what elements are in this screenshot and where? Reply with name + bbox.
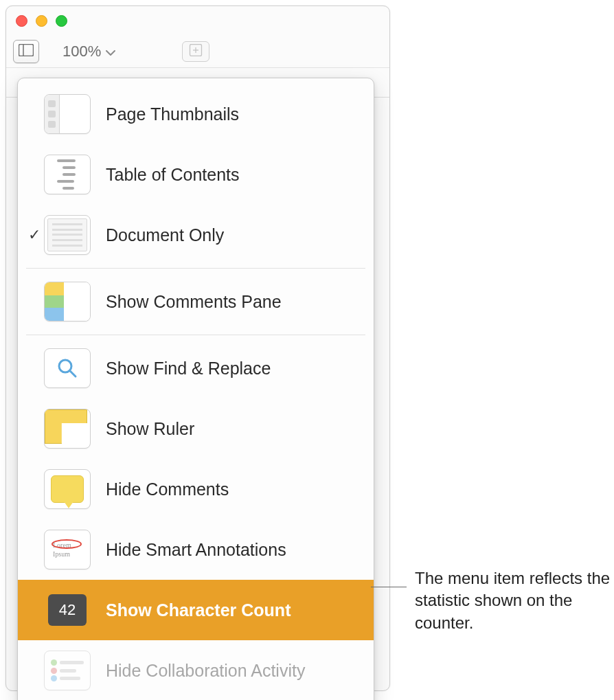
view-dropdown-menu: Page Thumbnails Table of Contents ✓ Docu… <box>17 78 374 700</box>
menu-separator <box>26 335 365 335</box>
menu-item-label: Show Comments Pane <box>106 292 282 312</box>
svg-rect-0 <box>19 44 34 56</box>
view-menu-button[interactable] <box>13 40 39 63</box>
callout-leader-line <box>371 587 407 587</box>
titlebar <box>6 6 389 35</box>
character-count-badge: 42 <box>59 601 76 619</box>
menu-item-table-of-contents[interactable]: Table of Contents <box>18 144 374 205</box>
sidebar-panel-icon <box>19 44 34 59</box>
menu-item-hide-smart-annotations[interactable]: Lorem Ipsum Hide Smart Annotations <box>18 519 374 580</box>
window-minimize-button[interactable] <box>36 15 47 27</box>
character-count-icon: 42 <box>44 590 91 630</box>
menu-item-label: Show Find & Replace <box>106 359 271 379</box>
window-fullscreen-button[interactable] <box>56 15 67 27</box>
search-icon <box>44 348 91 388</box>
svg-line-6 <box>70 371 76 376</box>
add-page-button[interactable] <box>182 41 209 62</box>
app-window: 100% Page Thumbnails <box>5 5 390 691</box>
collaboration-activity-icon <box>44 651 91 690</box>
ruler-icon <box>44 409 91 449</box>
chevron-down-icon <box>105 43 116 60</box>
toolbar: 100% <box>6 35 389 68</box>
menu-item-label: Page Thumbnails <box>106 104 239 124</box>
menu-item-show-character-count[interactable]: 42 Show Character Count <box>18 580 374 640</box>
menu-item-page-thumbnails[interactable]: Page Thumbnails <box>18 84 374 144</box>
menu-item-label: Hide Smart Annotations <box>106 540 286 560</box>
zoom-control[interactable]: 100% <box>58 41 120 62</box>
menu-item-show-ruler[interactable]: Show Ruler <box>18 398 374 459</box>
zoom-value: 100% <box>62 43 101 60</box>
ipsum-text: Ipsum <box>53 551 82 557</box>
menu-item-show-comments-pane[interactable]: Show Comments Pane <box>18 271 374 332</box>
menu-item-show-find-replace[interactable]: Show Find & Replace <box>18 338 374 398</box>
document-only-icon <box>44 215 91 255</box>
page-thumbnails-icon <box>44 94 91 134</box>
comment-icon <box>44 469 91 509</box>
traffic-lights <box>16 15 67 27</box>
callout-annotation: The menu item reflects the statistic sho… <box>371 567 614 634</box>
menu-item-hide-collaboration-activity: Hide Collaboration Activity <box>18 640 374 700</box>
menu-separator <box>26 268 365 269</box>
menu-item-label: Table of Contents <box>106 165 240 185</box>
menu-item-label: Hide Collaboration Activity <box>106 661 305 681</box>
menu-item-label: Document Only <box>106 225 224 245</box>
menu-item-label: Hide Comments <box>106 479 229 499</box>
add-page-icon <box>188 44 203 59</box>
menu-item-document-only[interactable]: ✓ Document Only <box>18 205 374 265</box>
callout-text: The menu item reflects the statistic sho… <box>415 567 614 634</box>
window-close-button[interactable] <box>16 15 27 27</box>
checkmark-icon: ✓ <box>25 226 44 244</box>
menu-item-hide-comments[interactable]: Hide Comments <box>18 459 374 519</box>
smart-annotations-icon: Lorem Ipsum <box>44 530 91 569</box>
comments-pane-icon <box>44 282 91 321</box>
table-of-contents-icon <box>44 155 91 194</box>
menu-item-label: Show Ruler <box>106 419 194 439</box>
menu-item-label: Show Character Count <box>106 600 291 620</box>
